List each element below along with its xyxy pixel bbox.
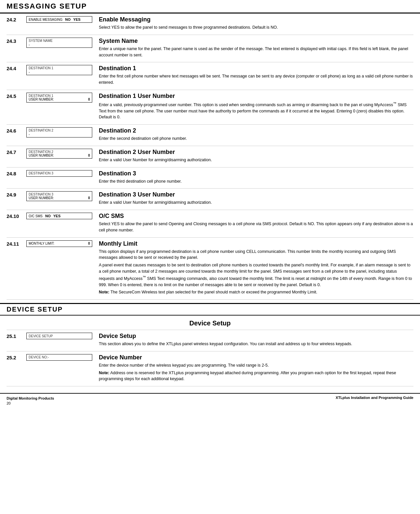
section-row: 25.2DEVICE NO:-Device NumberEnter the de… <box>7 351 413 386</box>
control-input[interactable]: DEVICE SETUP <box>26 333 92 339</box>
row-text: Select YES to allow the panel to send Op… <box>99 221 413 233</box>
row-description: Destination 1Enter the first cell phone … <box>99 65 413 87</box>
row-title: Destination 3 User Number <box>99 191 413 198</box>
row-title: Destination 1 User Number <box>99 93 413 100</box>
control-input2[interactable]: DESTINATION 2USER NUMBER:0 <box>26 149 92 159</box>
row-title: Destination 2 User Number <box>99 149 413 156</box>
row-title: Destination 3 <box>99 170 413 177</box>
section-row: 24.4DESTINATION 1-Destination 1Enter the… <box>7 62 413 90</box>
control-input[interactable]: DEVICE NO:- <box>26 354 92 361</box>
row-text2: A panel event that causes messages to be… <box>99 262 413 288</box>
device-setup-center-title: Device Setup <box>7 316 413 330</box>
toggle-option[interactable]: NO <box>65 17 71 21</box>
row-number: 24.9 <box>7 191 26 197</box>
row-text: Enter a valid, previously-programmed use… <box>99 101 413 120</box>
row-title: Monthly Limit <box>99 240 413 247</box>
row-number: 25.1 <box>7 333 26 339</box>
toggle-option[interactable]: YES <box>53 214 61 218</box>
row-title: Enable Messaging <box>99 16 413 23</box>
row-title: Destination 2 <box>99 127 413 134</box>
page-footer: Digital Monitoring Products 20 XTLplus I… <box>0 393 420 408</box>
section-row: 24.5DESTINATION 1USER NUMBER:0Destinatio… <box>7 90 413 125</box>
row-description: Destination 3 User NumberEnter a valid U… <box>99 191 413 207</box>
row-title: System Name <box>99 38 413 45</box>
control-input[interactable]: DESTINATION 2- <box>26 127 92 137</box>
row-description: Enable MessagingSelect YES to allow the … <box>99 16 413 32</box>
row-number: 24.11 <box>7 240 26 247</box>
row-number: 24.10 <box>7 213 26 219</box>
row-description: System NameEnter a unique name for the p… <box>99 38 413 60</box>
row-number: 24.3 <box>7 38 26 44</box>
row-number: 24.2 <box>7 16 26 22</box>
page-title: MESSAGING SETUP <box>7 2 413 11</box>
toggle-option[interactable]: NO <box>45 214 51 218</box>
control-input[interactable]: DESTINATION 3 <box>26 170 92 177</box>
row-title: O/C SMS <box>99 213 413 220</box>
row-number: 24.6 <box>7 127 26 134</box>
row-text: Enter a valid User Number for arming/dis… <box>99 157 413 163</box>
section2-title: DEVICE SETUP <box>7 306 413 313</box>
device-section-header: DEVICE SETUP <box>0 303 420 316</box>
row-description: Destination 3Enter the third destination… <box>99 170 413 186</box>
row-text: Enter a unique name for the panel. The p… <box>99 46 413 58</box>
row-note: Note: The SecureCom Wireless text plan s… <box>99 289 413 295</box>
section-row: 24.6DESTINATION 2-Destination 2Enter the… <box>7 125 413 146</box>
control-toggle[interactable]: ENABLE MESSAGINGNOYES <box>26 16 92 23</box>
footer-page: 20 <box>7 401 11 405</box>
row-text: Enter the first cell phone number where … <box>99 73 413 86</box>
row-text: Enter the second destination cell phone … <box>99 136 413 142</box>
row-text: Select YES to allow the panel to send me… <box>99 24 413 31</box>
section-row: 24.10O/C SMSNOYESO/C SMSSelect YES to al… <box>7 210 413 238</box>
row-description: Device SetupThis section allows you to d… <box>99 333 413 348</box>
section-row: 24.2ENABLE MESSAGINGNOYESEnable Messagin… <box>7 14 413 35</box>
footer-left: Digital Monitoring Products 20 <box>7 396 54 406</box>
row-number: 24.7 <box>7 149 26 155</box>
control-input2[interactable]: DESTINATION 3USER NUMBER:0 <box>26 191 92 201</box>
row-description: Monthly LimitThis option displays if any… <box>99 240 413 297</box>
footer-right: XTLplus Installation and Programming Gui… <box>336 396 413 406</box>
control-input2[interactable]: DESTINATION 1USER NUMBER:0 <box>26 93 92 103</box>
row-description: O/C SMSSelect YES to allow the panel to … <box>99 213 413 235</box>
row-title: Device Number <box>99 354 413 361</box>
row-text: Enter a valid User Number for arming/dis… <box>99 199 413 206</box>
row-text: This option displays if any programmed d… <box>99 249 413 261</box>
row-note: Note: Address one is reserved for the XT… <box>99 370 413 382</box>
footer-company: Digital Monitoring Products <box>7 396 54 400</box>
row-description: Destination 1 User NumberEnter a valid, … <box>99 93 413 122</box>
section-row: 24.11MONTHLY LIMIT:0Monthly LimitThis op… <box>7 238 413 300</box>
section-row: 24.7DESTINATION 2USER NUMBER:0Destinatio… <box>7 146 413 167</box>
section-row: 24.3SYSTEM NAME-System NameEnter a uniqu… <box>7 35 413 63</box>
row-text: This section allows you to define the XT… <box>99 341 413 347</box>
control-toggle2[interactable]: O/C SMSNOYES <box>26 213 92 219</box>
row-number: 25.2 <box>7 354 26 360</box>
control-input[interactable]: SYSTEM NAME- <box>26 38 92 48</box>
row-title: Destination 1 <box>99 65 413 72</box>
control-input[interactable]: DESTINATION 1- <box>26 65 92 75</box>
page-header: MESSAGING SETUP <box>0 0 420 14</box>
row-description: Device NumberEnter the device number of … <box>99 354 413 383</box>
row-text: Enter the third destination cell phone n… <box>99 178 413 185</box>
row-description: Destination 2Enter the second destinatio… <box>99 127 413 143</box>
row-description: Destination 2 User NumberEnter a valid U… <box>99 149 413 165</box>
section-row: 25.1DEVICE SETUPDevice SetupThis section… <box>7 330 413 351</box>
row-number: 24.4 <box>7 65 26 71</box>
section-row: 24.8DESTINATION 3Destination 3Enter the … <box>7 167 413 189</box>
row-title: Device Setup <box>99 333 413 340</box>
toggle-option[interactable]: YES <box>73 17 80 21</box>
section-row: 24.9DESTINATION 3USER NUMBER:0Destinatio… <box>7 189 413 210</box>
control-input3[interactable]: MONTHLY LIMIT:0 <box>26 240 92 247</box>
messaging-section: 24.2ENABLE MESSAGINGNOYESEnable Messagin… <box>0 14 420 300</box>
row-number: 24.5 <box>7 93 26 99</box>
row-number: 24.8 <box>7 170 26 176</box>
row-text: Enter the device number of the wireless … <box>99 362 413 369</box>
device-section: Device Setup 25.1DEVICE SETUPDevice Setu… <box>0 316 420 386</box>
